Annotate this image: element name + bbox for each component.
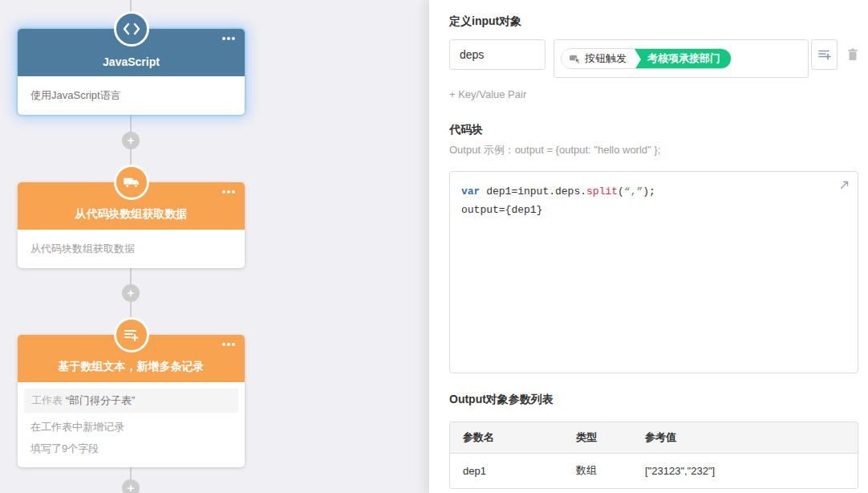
column-header-type: 类型: [563, 422, 632, 453]
more-options-icon[interactable]: [222, 190, 235, 194]
node-description: 使用JavaScript语言: [18, 76, 245, 115]
code-line: var dep1=input.deps.split(“,”);: [461, 182, 846, 201]
input-section-title: 定义input对象: [449, 14, 858, 29]
more-options-icon[interactable]: [222, 343, 235, 346]
code-section-title: 代码块: [449, 123, 858, 137]
add-node-button[interactable]: +: [122, 284, 140, 302]
workflow-node-get-array-data[interactable]: 从代码块数组获取数据 从代码块数组获取数据: [18, 182, 245, 268]
truck-icon: [114, 165, 149, 200]
param-value-cell: ["23123","232"]: [632, 453, 858, 488]
param-name-cell: dep1: [450, 453, 563, 488]
node-title: 从代码块数组获取数据: [75, 207, 188, 222]
tag-trigger-segment: 按钮触发: [562, 49, 635, 68]
add-key-value-pair-button[interactable]: + Key/Value Pair: [449, 88, 858, 100]
output-params-table: 参数名 类型 参考值 dep1 数组 ["23123","232"]: [449, 422, 858, 489]
add-node-button[interactable]: +: [122, 132, 140, 149]
trash-icon: [847, 48, 858, 61]
node-header: 基于数组文本，新增多条记录: [18, 335, 245, 382]
workflow-node-add-records[interactable]: 基于数组文本，新增多条记录 工作表 “部门得分子表” 在工作表中新增记录 填写了…: [18, 335, 245, 467]
code-function: split: [586, 185, 618, 198]
code-text: (: [618, 185, 624, 198]
playlist-add-icon: [114, 317, 149, 352]
node-title: JavaScript: [103, 55, 160, 68]
worksheet-row: 工作表 “部门得分子表”: [24, 389, 238, 413]
select-field-button[interactable]: [811, 39, 838, 70]
node-details: 工作表 “部门得分子表” 在工作表中新增记录 填写了9个字段: [18, 382, 245, 467]
node-title: 基于数组文本，新增多条记录: [59, 360, 205, 374]
worksheet-name: “部门得分子表”: [66, 394, 136, 406]
button-click-icon: [569, 54, 581, 64]
node-detail-line: 在工作表中新增记录: [24, 413, 238, 434]
field-tag[interactable]: 按钮触发 考核项承接部门: [561, 48, 732, 69]
expand-icon: [839, 180, 850, 190]
more-options-icon[interactable]: [222, 37, 235, 40]
node-detail-line: 填写了9个字段: [24, 434, 238, 456]
code-text: dep1=input.deps.: [480, 185, 586, 198]
key-value-row: 按钮触发 考核项承接部门: [449, 39, 858, 78]
code-line: output={dep1}: [461, 201, 846, 219]
column-header-ref-value: 参考值: [632, 422, 858, 453]
key-input[interactable]: [449, 39, 546, 70]
column-header-param-name: 参数名: [450, 422, 563, 453]
playlist-add-icon: [817, 48, 832, 61]
code-text: );: [643, 185, 655, 198]
table-row: dep1 数组 ["23123","232"]: [450, 453, 858, 488]
node-header: JavaScript: [18, 29, 245, 76]
code-keyword: var: [461, 185, 480, 198]
node-header: 从代码块数组获取数据: [18, 182, 245, 230]
delete-row-button[interactable]: [847, 48, 858, 63]
tag-field-label: 考核项承接部门: [635, 49, 731, 68]
output-section-title: Output对象参数列表: [449, 393, 858, 407]
value-field[interactable]: 按钮触发 考核项承接部门: [554, 39, 809, 78]
worksheet-label: 工作表: [31, 394, 63, 406]
tag-trigger-label: 按钮触发: [585, 51, 627, 66]
code-icon: [114, 11, 149, 47]
node-config-panel: 定义input对象 按钮触发 考核项承接部门: [429, 0, 868, 493]
add-node-button[interactable]: +: [122, 479, 140, 493]
workflow-canvas: JavaScript 使用JavaScript语言 + 从代码块数组获取数据 从…: [0, 0, 429, 493]
table-header-row: 参数名 类型 参考值: [450, 422, 858, 453]
code-string: “,”: [624, 185, 643, 198]
output-example-hint: Output 示例：output = {output: "hello world…: [449, 143, 858, 157]
expand-editor-button[interactable]: [839, 180, 850, 193]
node-description: 从代码块数组获取数据: [18, 230, 245, 268]
code-editor[interactable]: var dep1=input.deps.split(“,”); output={…: [449, 171, 858, 373]
param-type-cell: 数组: [563, 453, 632, 488]
workflow-node-javascript[interactable]: JavaScript 使用JavaScript语言: [18, 29, 245, 115]
